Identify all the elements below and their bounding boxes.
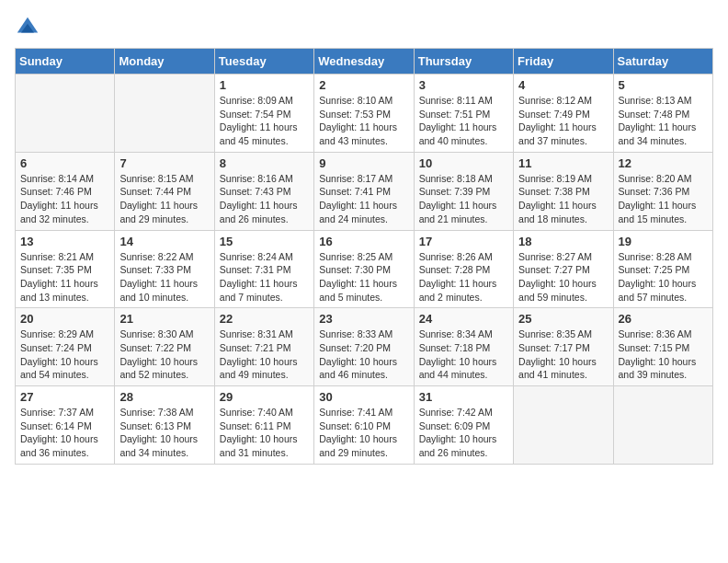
cell-details: Sunrise: 7:41 AMSunset: 6:10 PMDaylight:… (319, 407, 397, 458)
calendar-cell: 5Sunrise: 8:13 AMSunset: 7:48 PMDaylight… (613, 75, 712, 153)
cell-details: Sunrise: 8:11 AMSunset: 7:51 PMDaylight:… (419, 95, 497, 146)
cell-details: Sunrise: 7:38 AMSunset: 6:13 PMDaylight:… (119, 407, 198, 458)
header-tuesday: Tuesday (214, 49, 313, 75)
day-number: 14 (119, 235, 209, 248)
cell-details: Sunrise: 8:30 AMSunset: 7:22 PMDaylight:… (119, 328, 198, 380)
cell-details: Sunrise: 8:36 AMSunset: 7:15 PMDaylight:… (619, 328, 697, 380)
calendar-cell: 11Sunrise: 8:19 AMSunset: 7:38 PMDayligh… (514, 152, 613, 230)
cell-details: Sunrise: 8:27 AMSunset: 7:27 PMDaylight:… (518, 251, 597, 303)
day-number: 12 (619, 156, 708, 170)
calendar-week-4: 20Sunrise: 8:29 AMSunset: 7:24 PMDayligh… (16, 308, 713, 386)
cell-details: Sunrise: 8:21 AMSunset: 7:35 PMDaylight:… (20, 251, 98, 303)
day-number: 18 (518, 235, 608, 248)
calendar-cell: 2Sunrise: 8:10 AMSunset: 7:53 PMDaylight… (314, 75, 414, 153)
day-number: 11 (518, 156, 608, 170)
calendar-cell (115, 75, 214, 153)
calendar-cell: 15Sunrise: 8:24 AMSunset: 7:31 PMDayligh… (214, 230, 313, 308)
cell-details: Sunrise: 8:10 AMSunset: 7:53 PMDaylight:… (319, 95, 397, 146)
cell-details: Sunrise: 8:24 AMSunset: 7:31 PMDaylight:… (220, 251, 298, 303)
cell-details: Sunrise: 8:09 AMSunset: 7:54 PMDaylight:… (220, 95, 298, 146)
calendar-cell (613, 386, 712, 465)
day-number: 2 (319, 78, 408, 92)
day-number: 1 (220, 78, 309, 92)
calendar-cell: 3Sunrise: 8:11 AMSunset: 7:51 PMDaylight… (414, 75, 513, 153)
cell-details: Sunrise: 8:33 AMSunset: 7:20 PMDaylight:… (319, 328, 397, 380)
header-monday: Monday (115, 49, 214, 75)
day-number: 6 (20, 156, 109, 170)
day-number: 13 (20, 235, 109, 248)
day-number: 25 (518, 312, 608, 326)
calendar-cell: 27Sunrise: 7:37 AMSunset: 6:14 PMDayligh… (16, 386, 115, 465)
day-number: 16 (319, 235, 408, 248)
cell-details: Sunrise: 8:17 AMSunset: 7:41 PMDaylight:… (319, 173, 397, 224)
day-number: 15 (220, 235, 309, 248)
cell-details: Sunrise: 8:12 AMSunset: 7:49 PMDaylight:… (518, 95, 597, 146)
calendar-cell (16, 75, 115, 153)
calendar-cell: 23Sunrise: 8:33 AMSunset: 7:20 PMDayligh… (314, 308, 414, 386)
calendar-cell: 30Sunrise: 7:41 AMSunset: 6:10 PMDayligh… (314, 386, 414, 465)
cell-details: Sunrise: 8:14 AMSunset: 7:46 PMDaylight:… (20, 173, 98, 224)
calendar-cell: 1Sunrise: 8:09 AMSunset: 7:54 PMDaylight… (214, 75, 313, 153)
day-number: 24 (419, 312, 508, 326)
calendar-cell: 7Sunrise: 8:15 AMSunset: 7:44 PMDaylight… (115, 152, 214, 230)
logo (15, 15, 44, 40)
calendar-week-2: 6Sunrise: 8:14 AMSunset: 7:46 PMDaylight… (16, 152, 713, 230)
calendar-cell (514, 386, 613, 465)
page-header (15, 15, 713, 40)
day-number: 7 (119, 156, 209, 170)
day-number: 5 (619, 78, 708, 92)
cell-details: Sunrise: 8:19 AMSunset: 7:38 PMDaylight:… (518, 173, 597, 224)
header-thursday: Thursday (414, 49, 513, 75)
calendar-cell: 22Sunrise: 8:31 AMSunset: 7:21 PMDayligh… (214, 308, 313, 386)
calendar-cell: 29Sunrise: 7:40 AMSunset: 6:11 PMDayligh… (214, 386, 313, 465)
calendar-cell: 24Sunrise: 8:34 AMSunset: 7:18 PMDayligh… (414, 308, 513, 386)
calendar-cell: 21Sunrise: 8:30 AMSunset: 7:22 PMDayligh… (115, 308, 214, 386)
calendar-week-5: 27Sunrise: 7:37 AMSunset: 6:14 PMDayligh… (16, 386, 713, 465)
cell-details: Sunrise: 8:35 AMSunset: 7:17 PMDaylight:… (518, 328, 597, 380)
day-number: 28 (119, 390, 209, 404)
calendar-cell: 8Sunrise: 8:16 AMSunset: 7:43 PMDaylight… (214, 152, 313, 230)
calendar-cell: 20Sunrise: 8:29 AMSunset: 7:24 PMDayligh… (16, 308, 115, 386)
calendar-week-1: 1Sunrise: 8:09 AMSunset: 7:54 PMDaylight… (16, 75, 713, 153)
calendar-cell: 13Sunrise: 8:21 AMSunset: 7:35 PMDayligh… (16, 230, 115, 308)
calendar-cell: 10Sunrise: 8:18 AMSunset: 7:39 PMDayligh… (414, 152, 513, 230)
day-number: 8 (220, 156, 309, 170)
header-friday: Friday (514, 49, 613, 75)
cell-details: Sunrise: 8:25 AMSunset: 7:30 PMDaylight:… (319, 251, 397, 303)
cell-details: Sunrise: 8:26 AMSunset: 7:28 PMDaylight:… (419, 251, 497, 303)
day-number: 30 (319, 390, 408, 404)
calendar-week-3: 13Sunrise: 8:21 AMSunset: 7:35 PMDayligh… (16, 230, 713, 308)
calendar-cell: 26Sunrise: 8:36 AMSunset: 7:15 PMDayligh… (613, 308, 712, 386)
day-number: 9 (319, 156, 408, 170)
cell-details: Sunrise: 8:28 AMSunset: 7:25 PMDaylight:… (619, 251, 697, 303)
calendar-cell: 9Sunrise: 8:17 AMSunset: 7:41 PMDaylight… (314, 152, 414, 230)
calendar-table: SundayMondayTuesdayWednesdayThursdayFrid… (15, 48, 713, 465)
cell-details: Sunrise: 8:16 AMSunset: 7:43 PMDaylight:… (220, 173, 298, 224)
day-number: 23 (319, 312, 408, 326)
cell-details: Sunrise: 8:34 AMSunset: 7:18 PMDaylight:… (419, 328, 497, 380)
day-number: 4 (518, 78, 608, 92)
calendar-cell: 16Sunrise: 8:25 AMSunset: 7:30 PMDayligh… (314, 230, 414, 308)
calendar-cell: 6Sunrise: 8:14 AMSunset: 7:46 PMDaylight… (16, 152, 115, 230)
day-number: 10 (419, 156, 508, 170)
header-wednesday: Wednesday (314, 49, 414, 75)
day-number: 19 (619, 235, 708, 248)
cell-details: Sunrise: 8:22 AMSunset: 7:33 PMDaylight:… (119, 251, 198, 303)
calendar-cell: 12Sunrise: 8:20 AMSunset: 7:36 PMDayligh… (613, 152, 712, 230)
header-saturday: Saturday (613, 49, 712, 75)
calendar-cell: 25Sunrise: 8:35 AMSunset: 7:17 PMDayligh… (514, 308, 613, 386)
day-number: 29 (220, 390, 309, 404)
calendar-cell: 14Sunrise: 8:22 AMSunset: 7:33 PMDayligh… (115, 230, 214, 308)
cell-details: Sunrise: 8:13 AMSunset: 7:48 PMDaylight:… (619, 95, 697, 146)
calendar-cell: 4Sunrise: 8:12 AMSunset: 7:49 PMDaylight… (514, 75, 613, 153)
cell-details: Sunrise: 8:20 AMSunset: 7:36 PMDaylight:… (619, 173, 697, 224)
cell-details: Sunrise: 7:40 AMSunset: 6:11 PMDaylight:… (220, 407, 298, 458)
cell-details: Sunrise: 8:31 AMSunset: 7:21 PMDaylight:… (220, 328, 298, 380)
cell-details: Sunrise: 7:42 AMSunset: 6:09 PMDaylight:… (419, 407, 497, 458)
cell-details: Sunrise: 8:18 AMSunset: 7:39 PMDaylight:… (419, 173, 497, 224)
day-number: 27 (20, 390, 109, 404)
calendar-cell: 31Sunrise: 7:42 AMSunset: 6:09 PMDayligh… (414, 386, 513, 465)
cell-details: Sunrise: 8:15 AMSunset: 7:44 PMDaylight:… (119, 173, 198, 224)
calendar-cell: 17Sunrise: 8:26 AMSunset: 7:28 PMDayligh… (414, 230, 513, 308)
header-sunday: Sunday (16, 49, 115, 75)
